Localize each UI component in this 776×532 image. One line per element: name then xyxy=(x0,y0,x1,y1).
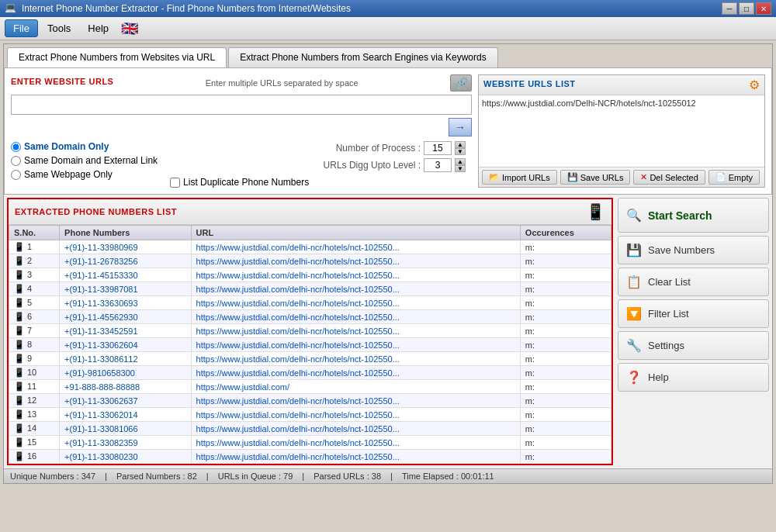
settings-button[interactable]: 🔧 Settings xyxy=(618,331,769,360)
cell-url: https://www.justdial.com/delhi-ncr/hotel… xyxy=(191,352,520,366)
table-row[interactable]: 📱1 +(91)-11-33980969 https://www.justdia… xyxy=(9,240,611,254)
table-wrapper[interactable]: S.No. Phone Numbers URL Occurences 📱1 +(… xyxy=(9,225,611,464)
cell-occ: m: xyxy=(520,352,611,366)
start-search-button[interactable]: 🔍 Start Search xyxy=(618,198,769,233)
table-body: 📱1 +(91)-11-33980969 https://www.justdia… xyxy=(9,240,611,464)
digg-level-down[interactable]: ▼ xyxy=(455,165,466,172)
filter-icon: 🔽 xyxy=(626,306,642,321)
url-input[interactable] xyxy=(11,95,472,115)
process-options: Number of Process : ▲ ▼ URLs Digg Upto L… xyxy=(164,141,472,188)
cell-occ: m: xyxy=(520,310,611,324)
bottom-section: EXTRACTED PHONE NUMBERS LIST 📱 S.No. Pho… xyxy=(4,195,772,468)
num-process-input[interactable] xyxy=(424,141,452,155)
cell-sno: 📱1 xyxy=(9,240,60,254)
num-process-row: Number of Process : ▲ ▼ xyxy=(170,141,466,155)
list-duplicate-checkbox[interactable] xyxy=(170,178,180,188)
radio-same-webpage[interactable]: Same Webpage Only xyxy=(11,169,158,180)
url-list-content: https://www.justdial.com/Delhi-NCR/hotel… xyxy=(479,95,764,167)
tab-keywords[interactable]: Extract Phone Numbers from Search Engine… xyxy=(228,47,497,67)
num-process-label: Number of Process : xyxy=(336,143,421,154)
settings-icon: 🔧 xyxy=(626,338,642,353)
cell-occ: m: xyxy=(520,240,611,254)
table-row[interactable]: 📱13 +(91)-11-33062014 https://www.justdi… xyxy=(9,408,611,422)
window-controls: ─ □ ✕ xyxy=(722,2,771,15)
cell-url: https://www.justdial.com/delhi-ncr/hotel… xyxy=(191,240,520,254)
right-sidebar: 🔍 Start Search 💾 Save Numbers 📋 Clear Li… xyxy=(618,198,769,465)
help-icon: ❓ xyxy=(626,370,642,385)
table-row[interactable]: 📱12 +(91)-11-33062637 https://www.justdi… xyxy=(9,394,611,408)
menu-tools[interactable]: Tools xyxy=(40,20,78,36)
cell-url: https://www.justdial.com/delhi-ncr/hotel… xyxy=(191,254,520,268)
table-row[interactable]: 📱11 +91-888-888-88888 https://www.justdi… xyxy=(9,380,611,394)
del-selected-button[interactable]: ✕ Del Selected xyxy=(633,170,705,185)
digg-level-label: URLs Digg Upto Level : xyxy=(324,160,421,171)
radio-same-domain-only[interactable]: Same Domain Only xyxy=(11,141,158,152)
cell-phone: +(91)-11-33062014 xyxy=(60,408,191,422)
num-process-up[interactable]: ▲ xyxy=(455,141,466,148)
clear-icon: 📋 xyxy=(626,275,642,289)
minimize-button[interactable]: ─ xyxy=(722,2,737,15)
numbers-table: S.No. Phone Numbers URL Occurences 📱1 +(… xyxy=(9,225,611,464)
go-button[interactable]: → xyxy=(449,118,472,136)
num-process-down[interactable]: ▼ xyxy=(455,148,466,155)
tab-url[interactable]: Extract Phone Numbers from Websites via … xyxy=(7,47,227,67)
digg-level-input[interactable] xyxy=(424,158,452,172)
empty-button[interactable]: 📄 Empty xyxy=(708,170,760,185)
table-row[interactable]: 📱6 +(91)-11-45562930 https://www.justdia… xyxy=(9,310,611,324)
save-urls-button[interactable]: 💾 Save URLs xyxy=(560,170,631,185)
link-button[interactable]: 🔗 xyxy=(450,74,472,92)
cell-occ: m: xyxy=(520,324,611,338)
cell-sno: 📱15 xyxy=(9,436,60,450)
maximize-button[interactable]: □ xyxy=(739,2,754,15)
table-row[interactable]: 📱7 +(91)-11-33452591 https://www.justdia… xyxy=(9,324,611,338)
table-row[interactable]: 📱10 +(91)-9810658300 https://www.justdia… xyxy=(9,366,611,380)
table-row[interactable]: 📱14 +(91)-11-33081066 https://www.justdi… xyxy=(9,422,611,436)
cell-phone: +(91)-11-33062637 xyxy=(60,394,191,408)
filter-list-button[interactable]: 🔽 Filter List xyxy=(618,299,769,328)
url-list-icon: ⚙ xyxy=(749,78,760,92)
separator2: | xyxy=(206,472,209,481)
clear-list-button[interactable]: 📋 Clear List xyxy=(618,268,769,296)
table-row[interactable]: 📱16 +(91)-11-33080230 https://www.justdi… xyxy=(9,450,611,464)
num-process-spinner: ▲ ▼ xyxy=(455,141,466,155)
cell-occ: m: xyxy=(520,436,611,450)
table-row[interactable]: 📱3 +(91)-11-45153330 https://www.justdia… xyxy=(9,268,611,282)
phone-icon: 📱 xyxy=(586,202,605,221)
cell-url: https://www.justdial.com/delhi-ncr/hotel… xyxy=(191,338,520,352)
cell-phone: +(91)-11-33987081 xyxy=(60,282,191,296)
numbers-header: EXTRACTED PHONE NUMBERS LIST 📱 xyxy=(9,199,611,225)
cell-sno: 📱3 xyxy=(9,268,60,282)
table-row[interactable]: 📱9 +(91)-11-33086112 https://www.justdia… xyxy=(9,352,611,366)
cell-sno: 📱8 xyxy=(9,338,60,352)
col-occ: Occurences xyxy=(520,226,611,240)
cell-phone: +(91)-11-33086112 xyxy=(60,352,191,366)
digg-level-up[interactable]: ▲ xyxy=(455,158,466,165)
import-icon: 📂 xyxy=(489,172,500,182)
save-numbers-button[interactable]: 💾 Save Numbers xyxy=(618,236,769,264)
cell-occ: m: xyxy=(520,380,611,394)
tab-bar: Extract Phone Numbers from Websites via … xyxy=(4,44,772,67)
table-header: S.No. Phone Numbers URL Occurences xyxy=(9,226,611,240)
cell-phone: +(91)-11-33081066 xyxy=(60,422,191,436)
menu-file[interactable]: File xyxy=(5,19,38,37)
language-flag[interactable]: 🇬🇧 xyxy=(121,20,138,37)
menu-help[interactable]: Help xyxy=(80,20,116,36)
table-row[interactable]: 📱8 +(91)-11-33062604 https://www.justdia… xyxy=(9,338,611,352)
col-url: URL xyxy=(191,226,520,240)
help-button[interactable]: ❓ Help xyxy=(618,363,769,392)
table-row[interactable]: 📱2 +(91)-11-26783256 https://www.justdia… xyxy=(9,254,611,268)
placeholder-hint: Enter multiple URLs separated by space xyxy=(206,78,359,88)
cell-url: https://www.justdial.com/delhi-ncr/hotel… xyxy=(191,408,520,422)
list-duplicate-row: List Duplicate Phone Numbers xyxy=(170,177,466,188)
close-button[interactable]: ✕ xyxy=(756,2,771,15)
table-row[interactable]: 📱4 +(91)-11-33987081 https://www.justdia… xyxy=(9,282,611,296)
cell-url: https://www.justdial.com/delhi-ncr/hotel… xyxy=(191,394,520,408)
url-input-area: ENTER WEBSITE URLs Enter multiple URLs s… xyxy=(11,74,472,188)
cell-sno: 📱16 xyxy=(9,450,60,464)
cell-phone: +(91)-9810658300 xyxy=(60,366,191,380)
table-row[interactable]: 📱15 +(91)-11-33082359 https://www.justdi… xyxy=(9,436,611,450)
cell-occ: m: xyxy=(520,268,611,282)
radio-same-domain-external[interactable]: Same Domain and External Link xyxy=(11,155,158,166)
import-urls-button[interactable]: 📂 Import URLs xyxy=(482,170,557,185)
table-row[interactable]: 📱5 +(91)-11-33630693 https://www.justdia… xyxy=(9,296,611,310)
